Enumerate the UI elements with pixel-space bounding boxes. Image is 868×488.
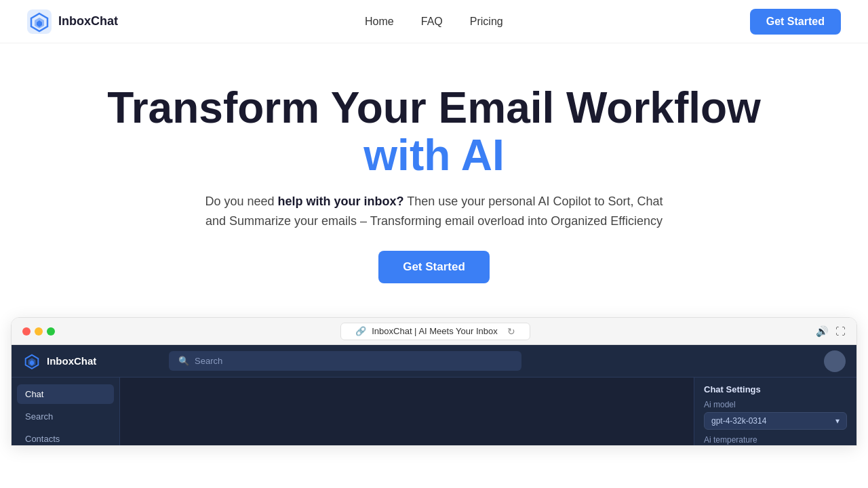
app-window: InboxChat 🔍 Search Chat Search Contacts … [12, 345, 856, 445]
app-sidebar: Chat Search Contacts [12, 378, 120, 445]
expand-icon[interactable]: ⛶ [835, 325, 846, 337]
browser-mockup: 🔗 InboxChat | AI Meets Your Inbox ↻ 🔊 ⛶ … [11, 317, 857, 446]
nav-faq[interactable]: FAQ [421, 16, 443, 28]
hero-section: Transform Your Email Workflow with AI Do… [0, 43, 868, 304]
get-started-hero-button[interactable]: Get Started [378, 251, 490, 283]
ai-model-label: Ai model [704, 400, 847, 409]
refresh-icon[interactable]: ↻ [507, 326, 515, 337]
browser-url-text: InboxChat | AI Meets Your Inbox [372, 326, 498, 336]
get-started-nav-button[interactable]: Get Started [750, 9, 841, 35]
app-topbar: InboxChat 🔍 Search [12, 345, 856, 378]
app-search-bar[interactable]: 🔍 Search [169, 351, 521, 371]
hero-title-line1: Transform Your Email Workflow [107, 83, 761, 132]
browser-dots [22, 327, 55, 336]
sound-icon[interactable]: 🔊 [816, 325, 829, 338]
panel-title: Chat Settings [704, 384, 847, 394]
browser-dot-yellow [35, 327, 43, 336]
app-main [120, 378, 694, 445]
browser-actions-right: 🔊 ⛶ [816, 325, 846, 338]
app-logo-text: InboxChat [47, 355, 96, 367]
ai-model-value: gpt-4-32k-0314 [711, 416, 766, 426]
hero-title: Transform Your Email Workflow with AI [27, 84, 841, 180]
chevron-down-icon: ▾ [835, 416, 840, 426]
logo-text: InboxChat [58, 14, 118, 28]
ai-temp-label: Ai temperature [704, 435, 847, 445]
search-icon: 🔍 [178, 356, 189, 366]
avatar [824, 350, 846, 372]
browser-url-content[interactable]: 🔗 InboxChat | AI Meets Your Inbox ↻ [340, 323, 530, 340]
ai-model-select[interactable]: gpt-4-32k-0314 ▾ [704, 412, 847, 430]
logo-area[interactable]: InboxChat [27, 9, 118, 34]
nav-pricing[interactable]: Pricing [470, 16, 503, 28]
app-right-panel: Chat Settings Ai model gpt-4-32k-0314 ▾ … [694, 378, 856, 445]
browser-dot-red [22, 327, 31, 336]
sidebar-item-search[interactable]: Search [17, 407, 114, 426]
logo-icon [27, 9, 52, 34]
browser-dot-green [47, 327, 55, 336]
sidebar-item-chat[interactable]: Chat [17, 384, 114, 404]
nav-links: Home FAQ Pricing [365, 16, 503, 28]
hero-title-line2: with AI [363, 131, 504, 180]
browser-url-bar: 🔗 InboxChat | AI Meets Your Inbox ↻ [63, 323, 808, 340]
app-logo-area: InboxChat [22, 352, 158, 371]
hero-subtitle: Do you need help with your inbox? Then u… [197, 192, 671, 231]
hero-subtitle-normal1: Do you need [205, 195, 278, 208]
search-placeholder: Search [195, 356, 222, 366]
nav-home[interactable]: Home [365, 16, 394, 28]
app-body: Chat Search Contacts Chat Settings Ai mo… [12, 378, 856, 445]
hero-subtitle-bold: help with your inbox? [278, 195, 404, 208]
link-icon: 🔗 [355, 326, 366, 336]
browser-bar: 🔗 InboxChat | AI Meets Your Inbox ↻ 🔊 ⛶ [12, 318, 856, 345]
navbar: InboxChat Home FAQ Pricing Get Started [0, 0, 868, 43]
sidebar-item-contacts[interactable]: Contacts [17, 429, 114, 446]
app-logo-icon [22, 352, 41, 371]
